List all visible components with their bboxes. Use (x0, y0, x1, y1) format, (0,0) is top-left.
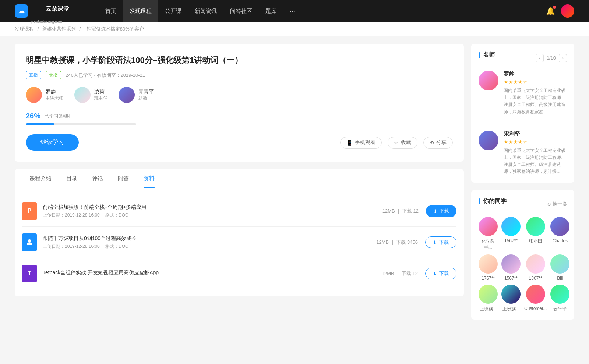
download-btn-1[interactable]: ⬇ 下载 (425, 236, 456, 248)
tab-material[interactable]: 资料 (136, 169, 162, 188)
download-btn-0[interactable]: ⬇ 下载 (426, 205, 456, 217)
classmate-avatar-3[interactable] (550, 217, 569, 236)
sidebar-teacher-stars-0: ★★★★☆ (504, 79, 567, 85)
user-avatar[interactable] (561, 4, 574, 18)
classmate-9: 上班族... (501, 285, 521, 312)
tab-catalog[interactable]: 目录 (59, 169, 85, 188)
teacher-info-1: 凌荷 班主任 (94, 89, 107, 101)
classmate-avatar-1[interactable] (501, 217, 521, 236)
main-layout: 明星中教授课，小学阶段语法100分–强化级第1讲动词（一） 直播 录播 246人… (0, 36, 589, 334)
classmate-avatar-6[interactable] (526, 254, 545, 274)
breadcrumb-discover[interactable]: 发现课程 (15, 26, 34, 32)
nav-qa[interactable]: 问答社区 (223, 0, 259, 22)
download-btn-2[interactable]: ⬇ 下载 (425, 268, 456, 279)
classmate-name-3: Charles (553, 238, 568, 243)
nav-home[interactable]: 首页 (99, 0, 123, 22)
teacher-name-2: 青青平 (138, 89, 154, 95)
teacher-role-0: 主讲老师 (46, 95, 63, 101)
nav-public[interactable]: 公开课 (158, 0, 188, 22)
teachers-card-header: 名师 ‹ 1/10 › (479, 51, 567, 65)
sidebar-teacher-1: 宋利坚 ★★★★☆ 国内某重点大学安全工程专业硕士，国家一级注册消防工程师、注册… (479, 131, 567, 175)
file-item-1: 跟随千万级项目从0到100全过程高效成长 上传日期：2019-12-28 16:… (22, 227, 456, 258)
tab-review[interactable]: 评论 (85, 169, 110, 188)
teacher-0: 罗静 主讲老师 (26, 87, 63, 103)
star-icon: ☆ (394, 140, 399, 146)
classmate-avatar-8[interactable] (479, 285, 498, 304)
download-icon-2: ⬇ (433, 271, 437, 276)
breadcrumb-sep2: / (79, 26, 82, 32)
teachers-list: 罗静 主讲老师 凌荷 班主任 青青平 助教 (26, 87, 453, 103)
prev-page-btn[interactable]: ‹ (536, 54, 544, 62)
sidebar-teacher-avatar-0 (479, 71, 498, 90)
tabs-section: 课程介绍 目录 评论 问答 资料 P 前端全栈加强版！前端全栈+全周期+多端应用… (15, 169, 464, 296)
tabs-header: 课程介绍 目录 评论 问答 资料 (15, 169, 464, 188)
nav-discover[interactable]: 发现课程 (123, 0, 158, 22)
header-right: 🔔 (546, 4, 574, 18)
teachers-pagination: ‹ 1/10 › (536, 54, 567, 62)
teacher-name-0: 罗静 (46, 89, 63, 95)
main-nav: 首页 发现课程 公开课 新闻资讯 问答社区 题库 ··· (99, 0, 546, 22)
classmate-avatar-11[interactable] (550, 285, 569, 304)
main-content: 明星中教授课，小学阶段语法100分–强化级第1讲动词（一） 直播 录播 246人… (15, 44, 464, 327)
action-buttons: 📱 手机观看 ☆ 收藏 ⟲ 分享 (340, 137, 453, 149)
course-actions: 继续学习 📱 手机观看 ☆ 收藏 ⟲ 分享 (26, 134, 453, 151)
file-info-0: 前端全栈加强版！前端全栈+全周期+多端应用 上传日期：2019-12-28 16… (43, 204, 382, 218)
classmate-avatar-10[interactable] (526, 285, 545, 304)
nav-news[interactable]: 新闻资讯 (188, 0, 223, 22)
download-icon-1: ⬇ (433, 240, 437, 245)
breadcrumb: 发现课程 / 新媒体营销系列 / 销冠修炼术搞定80%的客户 (0, 22, 589, 36)
breadcrumb-series[interactable]: 新媒体营销系列 (42, 26, 76, 32)
classmate-avatar-0[interactable] (479, 217, 498, 236)
classmate-0: 化学教书... (479, 217, 498, 251)
file-stats-1: 12MB ｜ 下载 3456 (376, 239, 418, 246)
classmates-card-header: 你的同学 ↻ 换一换 (479, 197, 567, 211)
share-icon: ⟲ (430, 140, 434, 146)
classmate-avatar-4[interactable] (479, 254, 498, 274)
classmate-avatar-2[interactable] (526, 217, 545, 236)
file-info-1: 跟随千万级项目从0到100全过程高效成长 上传日期：2019-12-28 16:… (43, 235, 376, 250)
logo[interactable]: ☁ 云朵课堂 yunduoketang.com (15, 0, 84, 24)
nav-bank[interactable]: 题库 (259, 0, 283, 22)
mobile-view-btn[interactable]: 📱 手机观看 (340, 137, 382, 149)
tab-qa[interactable]: 问答 (110, 169, 136, 188)
page-indicator: 1/10 (547, 55, 556, 61)
continue-button[interactable]: 继续学习 (26, 134, 79, 151)
teacher-avatar-2 (119, 87, 135, 103)
tab-intro[interactable]: 课程介绍 (22, 169, 59, 188)
classmate-8: 上班族... (479, 285, 498, 312)
classmates-card: 你的同学 ↻ 换一换 化学教书... 1567** 张小田 (471, 190, 574, 320)
file-icon-2: T (22, 265, 37, 282)
bell-icon[interactable]: 🔔 (546, 7, 555, 15)
sidebar-teacher-name-1: 宋利坚 (504, 131, 567, 138)
next-page-btn[interactable]: › (559, 54, 567, 62)
nav-more[interactable]: ··· (283, 0, 302, 22)
download-icon-0: ⬇ (433, 208, 437, 214)
file-icon-0: P (22, 202, 37, 220)
header: ☁ 云朵课堂 yunduoketang.com 首页 发现课程 公开课 新闻资讯… (0, 0, 589, 22)
teacher-2: 青青平 助教 (119, 87, 154, 103)
classmate-3: Charles (550, 217, 569, 251)
classmate-avatar-5[interactable] (501, 254, 521, 274)
classmate-avatar-7[interactable] (550, 254, 569, 274)
person-icon (26, 239, 33, 246)
course-card: 明星中教授课，小学阶段语法100分–强化级第1讲动词（一） 直播 录播 246人… (15, 44, 464, 162)
refresh-btn[interactable]: ↻ 换一换 (547, 201, 567, 207)
share-btn[interactable]: ⟲ 分享 (423, 137, 453, 149)
logo-icon: ☁ (15, 4, 28, 18)
logo-text: 云朵课堂 yunduoketang.com (31, 0, 84, 24)
classmate-1: 1567** (501, 217, 521, 251)
file-stats-2: 12MB ｜ 下载 12 (382, 270, 418, 277)
progress-bar-bg (26, 123, 136, 125)
classmate-avatar-9[interactable] (501, 285, 521, 304)
classmate-name-9: 上班族... (502, 306, 519, 312)
classmate-10: Customer... (524, 285, 547, 312)
teachers-card: 名师 ‹ 1/10 › 罗静 ★★★★☆ 国内某重点大学安全工程专业硕士，国家一… (471, 44, 574, 183)
classmates-card-title: 你的同学 (479, 197, 507, 205)
svg-point-0 (28, 239, 31, 242)
badge-live: 直播 (26, 71, 41, 79)
mobile-icon: 📱 (346, 140, 353, 146)
course-title: 明星中教授课，小学阶段语法100分–强化级第1讲动词（一） (26, 55, 453, 66)
avatar-image (561, 4, 574, 18)
sidebar-teacher-name-0: 罗静 (504, 71, 567, 78)
collect-btn[interactable]: ☆ 收藏 (388, 137, 417, 149)
